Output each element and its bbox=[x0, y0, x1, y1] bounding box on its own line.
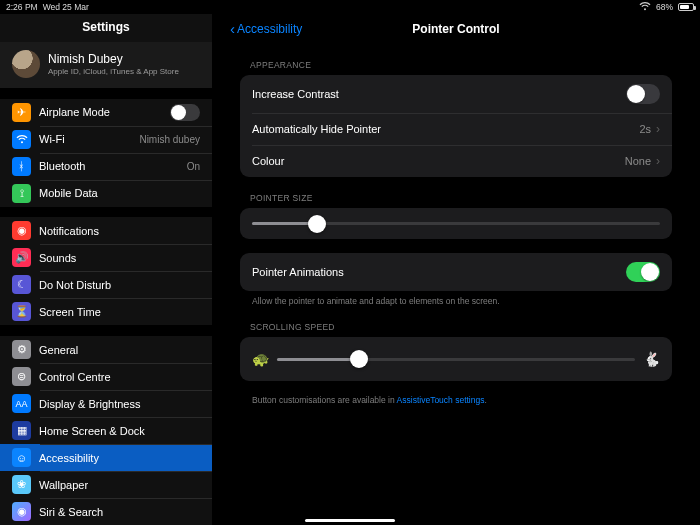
pointer-size-slider-card bbox=[240, 208, 672, 239]
switches-icon: ⊜ bbox=[12, 367, 31, 386]
battery-pct: 68% bbox=[656, 2, 673, 12]
label: Pointer Animations bbox=[252, 266, 344, 278]
battery-icon bbox=[678, 3, 694, 11]
status-date: Wed 25 Mar bbox=[43, 2, 89, 12]
bell-icon: ◉ bbox=[12, 221, 31, 240]
back-label: Accessibility bbox=[237, 22, 302, 36]
pointer-size-header: POINTER SIZE bbox=[230, 177, 682, 208]
sidebar-item-control-centre[interactable]: ⊜ Control Centre bbox=[0, 363, 212, 390]
back-button[interactable]: ‹ Accessibility bbox=[230, 21, 302, 37]
sidebar-item-accessibility[interactable]: ☺ Accessibility bbox=[0, 444, 212, 471]
label: Home Screen & Dock bbox=[39, 425, 145, 437]
sidebar-item-screen-time[interactable]: ⏳ Screen Time bbox=[0, 298, 212, 325]
wifi-value: Nimish dubey bbox=[139, 134, 200, 145]
hourglass-icon: ⏳ bbox=[12, 302, 31, 321]
chevron-right-icon: › bbox=[656, 122, 660, 136]
label: Bluetooth bbox=[39, 160, 85, 172]
status-time: 2:26 PM bbox=[6, 2, 38, 12]
grid-icon: ▦ bbox=[12, 421, 31, 440]
label: Screen Time bbox=[39, 306, 101, 318]
gear-icon: ⚙ bbox=[12, 340, 31, 359]
speaker-icon: 🔊 bbox=[12, 248, 31, 267]
label: Display & Brightness bbox=[39, 398, 141, 410]
appearance-header: APPEARANCE bbox=[230, 44, 682, 75]
profile-name: Nimish Dubey bbox=[48, 52, 179, 66]
row-colour[interactable]: Colour None› bbox=[240, 145, 672, 177]
profile-sub: Apple ID, iCloud, iTunes & App Store bbox=[48, 67, 179, 76]
pointer-animations-switch[interactable] bbox=[626, 262, 660, 282]
airplane-icon: ✈ bbox=[12, 103, 31, 122]
row-increase-contrast[interactable]: Increase Contrast bbox=[240, 75, 672, 113]
animations-note: Allow the pointer to animate and adapt t… bbox=[230, 291, 682, 306]
label: Control Centre bbox=[39, 371, 111, 383]
animations-card: Pointer Animations bbox=[240, 253, 672, 291]
chevron-left-icon: ‹ bbox=[230, 20, 235, 37]
detail-pane: ‹ Accessibility Pointer Control APPEARAN… bbox=[212, 14, 700, 525]
person-icon: ☺ bbox=[12, 448, 31, 467]
sidebar-title: Settings bbox=[0, 14, 212, 42]
label: Notifications bbox=[39, 225, 99, 237]
sidebar-item-home-screen[interactable]: ▦ Home Screen & Dock bbox=[0, 417, 212, 444]
sidebar-item-airplane[interactable]: ✈ Airplane Mode bbox=[0, 99, 212, 126]
label: Airplane Mode bbox=[39, 106, 110, 118]
wifi-icon bbox=[12, 130, 31, 149]
label: Increase Contrast bbox=[252, 88, 339, 100]
scrolling-speed-card: 🐢 🐇 bbox=[240, 337, 672, 381]
moon-icon: ☾ bbox=[12, 275, 31, 294]
colour-value: None bbox=[625, 155, 651, 167]
status-bar: 2:26 PM Wed 25 Mar 68% bbox=[0, 0, 700, 14]
pointer-size-slider[interactable] bbox=[252, 222, 660, 225]
profile-cell[interactable]: Nimish Dubey Apple ID, iCloud, iTunes & … bbox=[0, 42, 212, 88]
hare-icon: 🐇 bbox=[643, 351, 660, 367]
customisation-note: Button customisations are available in A… bbox=[230, 381, 682, 405]
avatar bbox=[12, 50, 40, 78]
airplane-toggle[interactable] bbox=[170, 104, 200, 121]
label: Sounds bbox=[39, 252, 76, 264]
label: Accessibility bbox=[39, 452, 99, 464]
increase-contrast-switch[interactable] bbox=[626, 84, 660, 104]
wifi-icon bbox=[639, 2, 651, 13]
chevron-right-icon: › bbox=[656, 154, 660, 168]
sidebar-item-mobile-data[interactable]: ⟟ Mobile Data bbox=[0, 180, 212, 207]
home-indicator[interactable] bbox=[305, 519, 395, 522]
scrolling-speed-header: SCROLLING SPEED bbox=[230, 306, 682, 337]
sidebar-item-notifications[interactable]: ◉ Notifications bbox=[0, 217, 212, 244]
sidebar-item-dnd[interactable]: ☾ Do Not Disturb bbox=[0, 271, 212, 298]
row-pointer-animations[interactable]: Pointer Animations bbox=[240, 253, 672, 291]
settings-sidebar: Settings Nimish Dubey Apple ID, iCloud, … bbox=[0, 14, 212, 525]
auto-hide-value: 2s bbox=[639, 123, 651, 135]
label: Wallpaper bbox=[39, 479, 88, 491]
sidebar-item-siri[interactable]: ◉ Siri & Search bbox=[0, 498, 212, 525]
label: Siri & Search bbox=[39, 506, 103, 518]
sidebar-item-general[interactable]: ⚙ General bbox=[0, 336, 212, 363]
sidebar-item-display[interactable]: AA Display & Brightness bbox=[0, 390, 212, 417]
row-auto-hide[interactable]: Automatically Hide Pointer 2s› bbox=[240, 113, 672, 145]
sidebar-item-sounds[interactable]: 🔊 Sounds bbox=[0, 244, 212, 271]
sidebar-item-wifi[interactable]: Wi-Fi Nimish dubey bbox=[0, 126, 212, 153]
label: Mobile Data bbox=[39, 187, 98, 199]
label: Do Not Disturb bbox=[39, 279, 111, 291]
siri-icon: ◉ bbox=[12, 502, 31, 521]
scrolling-speed-slider[interactable] bbox=[277, 358, 635, 361]
bt-value: On bbox=[187, 161, 200, 172]
label: Colour bbox=[252, 155, 284, 167]
label: Wi-Fi bbox=[39, 133, 65, 145]
label: General bbox=[39, 344, 78, 356]
aa-icon: AA bbox=[12, 394, 31, 413]
label: Automatically Hide Pointer bbox=[252, 123, 381, 135]
bluetooth-icon: ᚼ bbox=[12, 157, 31, 176]
sidebar-item-wallpaper[interactable]: ❀ Wallpaper bbox=[0, 471, 212, 498]
flower-icon: ❀ bbox=[12, 475, 31, 494]
assistivetouch-link[interactable]: AssistiveTouch settings bbox=[397, 395, 485, 405]
appearance-card: Increase Contrast Automatically Hide Poi… bbox=[240, 75, 672, 177]
antenna-icon: ⟟ bbox=[12, 184, 31, 203]
sidebar-item-bluetooth[interactable]: ᚼ Bluetooth On bbox=[0, 153, 212, 180]
tortoise-icon: 🐢 bbox=[252, 351, 269, 367]
